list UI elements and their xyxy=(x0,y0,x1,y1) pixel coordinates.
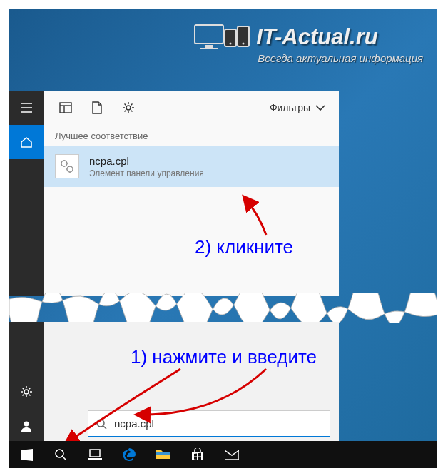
file-explorer-icon xyxy=(156,449,170,460)
task-view-icon xyxy=(88,449,102,460)
start-left-rail-bottom xyxy=(9,322,44,443)
svg-point-10 xyxy=(67,166,73,172)
annotation-arrow-1b xyxy=(52,366,195,452)
svg-rect-18 xyxy=(225,450,239,460)
svg-rect-16 xyxy=(88,458,102,460)
annotation-step-2: 2) кликните xyxy=(195,236,293,258)
taskbar xyxy=(9,441,437,468)
svg-point-9 xyxy=(61,161,67,166)
watermark: IT-Actual.ru Всегда актуальная информаци… xyxy=(193,22,423,64)
tear-divider xyxy=(9,293,437,323)
svg-point-4 xyxy=(230,43,232,45)
mail-button[interactable] xyxy=(215,441,249,468)
documents-filter-button[interactable] xyxy=(83,94,111,121)
svg-point-11 xyxy=(24,390,29,394)
store-button[interactable] xyxy=(180,441,215,468)
watermark-subtitle: Всегда актуальная информация xyxy=(258,52,423,64)
result-title: ncpa.cpl xyxy=(89,155,204,167)
edge-button[interactable] xyxy=(112,441,146,468)
search-panel-body: Фильтры Лучшее соответствие ncpa.cpl Эл xyxy=(44,91,339,296)
search-icon xyxy=(54,448,67,461)
svg-rect-17 xyxy=(156,452,170,455)
filters-label: Фильтры xyxy=(270,102,310,113)
apps-filter-button[interactable] xyxy=(52,94,79,121)
screenshot-frame: IT-Actual.ru Всегда актуальная информаци… xyxy=(9,9,437,466)
chevron-down-icon xyxy=(315,104,326,111)
watermark-title: IT-Actual.ru xyxy=(256,24,378,50)
settings-filter-button[interactable] xyxy=(115,94,142,121)
hamburger-button[interactable] xyxy=(9,91,44,125)
svg-point-14 xyxy=(56,450,63,457)
svg-rect-2 xyxy=(200,48,218,49)
search-result-item[interactable]: ncpa.cpl Элемент панели управления xyxy=(44,146,339,187)
home-button[interactable] xyxy=(9,125,44,159)
start-button[interactable] xyxy=(9,441,44,468)
svg-rect-0 xyxy=(195,25,223,44)
annotation-step-1: 1) нажмите и введите xyxy=(131,346,317,368)
mail-icon xyxy=(225,450,239,460)
svg-rect-1 xyxy=(205,45,213,48)
store-icon xyxy=(191,448,204,461)
svg-point-6 xyxy=(243,43,245,45)
svg-point-8 xyxy=(126,106,131,110)
task-view-button[interactable] xyxy=(78,441,112,468)
devices-icon xyxy=(193,22,250,52)
windows-logo-icon xyxy=(21,449,33,461)
search-toolbar: Фильтры xyxy=(44,91,339,125)
taskbar-search-button[interactable] xyxy=(44,441,78,468)
svg-point-12 xyxy=(24,422,29,427)
control-panel-item-icon xyxy=(55,154,79,178)
svg-rect-15 xyxy=(90,450,100,457)
best-match-label: Лучшее соответствие xyxy=(44,125,339,146)
filters-dropdown[interactable]: Фильтры xyxy=(265,102,330,113)
file-explorer-button[interactable] xyxy=(146,441,180,468)
start-left-rail xyxy=(9,91,44,296)
user-rail-button[interactable] xyxy=(9,409,44,443)
settings-rail-button[interactable] xyxy=(9,375,44,409)
result-subtitle: Элемент панели управления xyxy=(89,168,204,178)
edge-icon xyxy=(122,447,136,462)
start-search-panel: Фильтры Лучшее соответствие ncpa.cpl Эл xyxy=(9,91,339,296)
annotation-arrow-2 xyxy=(238,193,273,239)
svg-rect-7 xyxy=(60,103,71,113)
